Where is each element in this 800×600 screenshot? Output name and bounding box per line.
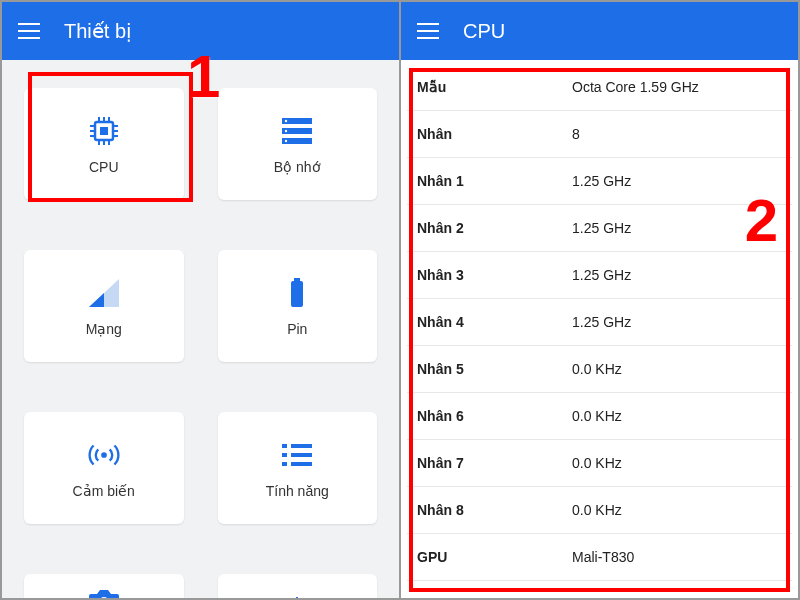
battery-icon bbox=[279, 275, 315, 311]
tile-memory[interactable]: Bộ nhớ bbox=[218, 88, 378, 200]
detail-value: 0.0 KHz bbox=[572, 361, 622, 377]
detail-label: Nhân 6 bbox=[417, 408, 572, 424]
device-panel: Thiết bị CPU Bộ nhớ Mạng bbox=[2, 2, 401, 598]
detail-value: 1.25 GHz bbox=[572, 173, 631, 189]
tile-test[interactable]: Kiểm tra bbox=[218, 574, 378, 598]
detail-value: Mali-T830 bbox=[572, 549, 634, 565]
detail-label: Nhân 2 bbox=[417, 220, 572, 236]
detail-value: 1.25 GHz bbox=[572, 314, 631, 330]
tile-label: Pin bbox=[287, 321, 307, 337]
detail-value: Octa Core 1.59 GHz bbox=[572, 79, 699, 95]
svg-rect-29 bbox=[282, 462, 287, 466]
device-grid: CPU Bộ nhớ Mạng Pin bbox=[24, 88, 377, 594]
cpu-panel: CPU MẫuOcta Core 1.59 GHz Nhân8 Nhân 11.… bbox=[401, 2, 798, 598]
detail-row: Nhân 31.25 GHz bbox=[407, 252, 792, 299]
device-grid-container: CPU Bộ nhớ Mạng Pin bbox=[2, 60, 399, 598]
detail-label: Mẫu bbox=[417, 79, 572, 95]
detail-row: Nhân 80.0 KHz bbox=[407, 487, 792, 534]
svg-rect-23 bbox=[291, 281, 303, 307]
detail-value: 1.25 GHz bbox=[572, 220, 631, 236]
svg-rect-28 bbox=[291, 453, 312, 457]
tile-label: Bộ nhớ bbox=[274, 159, 321, 175]
camera-icon bbox=[86, 583, 122, 598]
svg-rect-26 bbox=[291, 444, 312, 448]
detail-label: Nhân bbox=[417, 126, 572, 142]
detail-label: Nhân 5 bbox=[417, 361, 572, 377]
detail-value: 8 bbox=[572, 126, 580, 142]
tile-label: Tính năng bbox=[266, 483, 329, 499]
detail-value: 0.0 KHz bbox=[572, 455, 622, 471]
svg-rect-25 bbox=[282, 444, 287, 448]
tile-network[interactable]: Mạng bbox=[24, 250, 184, 362]
detail-value: 1.25 GHz bbox=[572, 267, 631, 283]
detail-value: 0.0 KHz bbox=[572, 408, 622, 424]
menu-icon[interactable] bbox=[417, 23, 439, 39]
cpu-detail-list: MẫuOcta Core 1.59 GHz Nhân8 Nhân 11.25 G… bbox=[407, 64, 792, 581]
detail-row: Nhân 60.0 KHz bbox=[407, 393, 792, 440]
svg-point-17 bbox=[285, 130, 287, 132]
speed-icon bbox=[279, 583, 315, 598]
menu-icon[interactable] bbox=[18, 23, 40, 39]
appbar-left: Thiết bị bbox=[2, 2, 399, 60]
detail-row: GPUMali-T830 bbox=[407, 534, 792, 581]
tile-battery[interactable]: Pin bbox=[218, 250, 378, 362]
detail-row: Nhân 50.0 KHz bbox=[407, 346, 792, 393]
detail-label: Nhân 1 bbox=[417, 173, 572, 189]
chip-icon bbox=[86, 113, 122, 149]
page-title-right: CPU bbox=[463, 20, 505, 43]
detail-row: Nhân 21.25 GHz bbox=[407, 205, 792, 252]
list-icon bbox=[279, 437, 315, 473]
tile-sensor[interactable]: Cảm biến bbox=[24, 412, 184, 524]
tile-features[interactable]: Tính năng bbox=[218, 412, 378, 524]
appbar-right: CPU bbox=[401, 2, 798, 60]
tile-cpu[interactable]: CPU bbox=[24, 88, 184, 200]
detail-row: Nhân8 bbox=[407, 111, 792, 158]
storage-icon bbox=[279, 113, 315, 149]
detail-label: Nhân 7 bbox=[417, 455, 572, 471]
detail-value: 0.0 KHz bbox=[572, 502, 622, 518]
detail-row: Nhân 41.25 GHz bbox=[407, 299, 792, 346]
detail-row: MẫuOcta Core 1.59 GHz bbox=[407, 64, 792, 111]
signal-icon bbox=[86, 275, 122, 311]
cpu-detail-container: MẫuOcta Core 1.59 GHz Nhân8 Nhân 11.25 G… bbox=[401, 60, 798, 598]
svg-point-19 bbox=[285, 140, 287, 142]
page-title-left: Thiết bị bbox=[64, 19, 132, 43]
svg-rect-1 bbox=[100, 127, 108, 135]
svg-point-15 bbox=[285, 120, 287, 122]
svg-rect-30 bbox=[291, 462, 312, 466]
detail-label: GPU bbox=[417, 549, 572, 565]
tile-label: CPU bbox=[89, 159, 119, 175]
detail-label: Nhân 4 bbox=[417, 314, 572, 330]
tile-camera[interactable]: Máy ảnh bbox=[24, 574, 184, 598]
tile-label: Cảm biến bbox=[73, 483, 135, 499]
detail-row: Nhân 11.25 GHz bbox=[407, 158, 792, 205]
sensor-icon bbox=[86, 437, 122, 473]
detail-label: Nhân 8 bbox=[417, 502, 572, 518]
svg-rect-27 bbox=[282, 453, 287, 457]
detail-label: Nhân 3 bbox=[417, 267, 572, 283]
svg-marker-21 bbox=[89, 293, 104, 307]
tile-label: Mạng bbox=[86, 321, 122, 337]
svg-rect-22 bbox=[294, 278, 300, 281]
svg-point-24 bbox=[101, 452, 107, 458]
detail-row: Nhân 70.0 KHz bbox=[407, 440, 792, 487]
